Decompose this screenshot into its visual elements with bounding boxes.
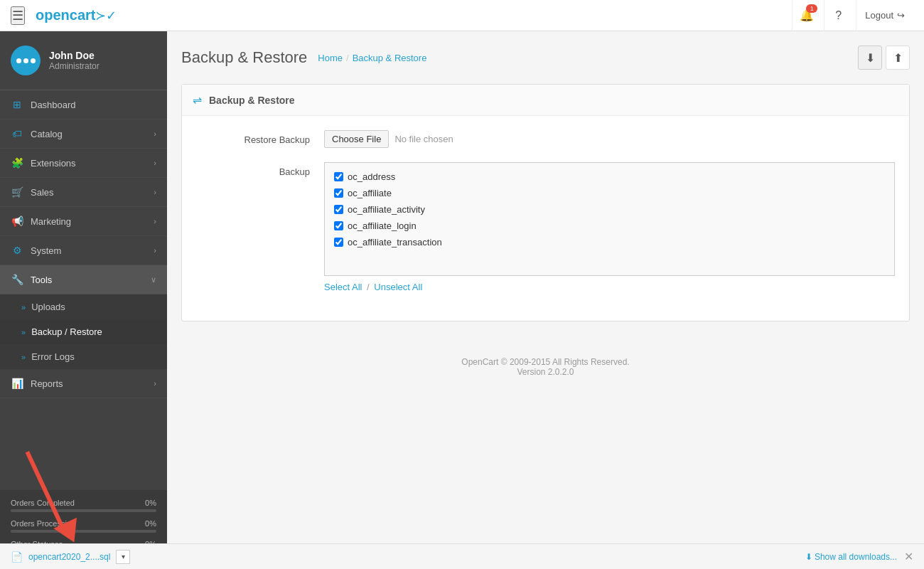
sidebar-item-label: Error Logs xyxy=(31,351,75,362)
avatar xyxy=(11,46,41,75)
sidebar: John Doe Administrator ⊞ Dashboard 🏷 Cat… xyxy=(0,31,167,569)
hamburger-menu-button[interactable]: ☰ xyxy=(11,6,25,25)
sidebar-item-dashboard[interactable]: ⊞ Dashboard xyxy=(0,90,167,119)
sidebar-item-extensions[interactable]: 🧩 Extensions › xyxy=(0,149,167,178)
upload-restore-button[interactable]: ⬆ xyxy=(886,46,910,70)
list-item: oc_affiliate_login xyxy=(331,218,888,234)
page-header: Backup & Restore Home / Backup & Restore… xyxy=(181,46,910,70)
copyright-text: OpenCart © 2009-2015 All Rights Reserved… xyxy=(195,357,896,367)
layout: John Doe Administrator ⊞ Dashboard 🏷 Cat… xyxy=(0,31,924,569)
avatar-dot xyxy=(23,58,28,63)
backup-label: Backup xyxy=(196,162,324,177)
notifications-button[interactable]: 🔔 1 xyxy=(792,0,820,31)
breadcrumb-current[interactable]: Backup & Restore xyxy=(353,53,427,63)
stat-percent: 0% xyxy=(145,499,156,507)
avatar-dot xyxy=(31,58,36,63)
stat-bar xyxy=(11,509,156,512)
user-info: John Doe Administrator xyxy=(0,31,167,90)
logout-icon: ↪ xyxy=(897,10,905,21)
navbar: ☰ opencart ≻✓ 🔔 1 ? Logout ↪ xyxy=(0,0,924,31)
sales-icon: 🛒 xyxy=(11,186,23,198)
sidebar-item-backup-restore[interactable]: » Backup / Restore xyxy=(0,319,167,344)
logo-text: opencart xyxy=(36,7,95,23)
backup-checkbox-oc-address[interactable] xyxy=(334,172,343,181)
tools-submenu: » Uploads » Backup / Restore » Error Log… xyxy=(0,294,167,369)
logo-icon: ≻✓ xyxy=(95,8,117,23)
card-body: Restore Backup Choose File No file chose… xyxy=(182,116,909,321)
backup-item-label: oc_affiliate_activity xyxy=(348,204,425,215)
sidebar-item-label: Uploads xyxy=(31,302,65,312)
select-all-link[interactable]: Select All xyxy=(324,282,362,292)
backup-list[interactable]: oc_address oc_affiliate oc_affiliate_act… xyxy=(324,162,895,276)
chevron-down-icon: ▾ xyxy=(122,553,125,560)
sidebar-item-marketing[interactable]: 📢 Marketing › xyxy=(0,207,167,236)
page-title-section: Backup & Restore Home / Backup & Restore xyxy=(181,48,426,67)
show-all-label: Show all downloads... xyxy=(815,552,897,562)
sidebar-item-reports[interactable]: 📊 Reports › xyxy=(0,369,167,398)
reports-icon: 📊 xyxy=(11,378,23,389)
sidebar-item-uploads[interactable]: » Uploads xyxy=(0,294,167,319)
version-text: Version 2.0.2.0 xyxy=(195,367,896,377)
unselect-all-link[interactable]: Unselect All xyxy=(374,282,422,292)
list-item: oc_affiliate xyxy=(331,185,888,201)
avatar-dot xyxy=(16,58,21,63)
download-file-icon: 📄 xyxy=(11,551,23,563)
logout-button[interactable]: Logout ↪ xyxy=(856,0,913,31)
choose-file-button[interactable]: Choose File xyxy=(324,130,389,148)
stat-orders-completed: Orders Completed 0% xyxy=(11,499,156,512)
backup-item-label: oc_affiliate_transaction xyxy=(348,237,442,248)
backup-checkbox-oc-affiliate-activity[interactable] xyxy=(334,205,343,214)
chevron-right-icon: › xyxy=(154,217,156,225)
sidebar-item-label: Tools xyxy=(31,275,144,285)
sidebar-item-label: Sales xyxy=(31,187,146,198)
breadcrumb-separator: / xyxy=(346,53,349,63)
catalog-icon: 🏷 xyxy=(11,128,23,139)
user-role: Administrator xyxy=(49,61,100,71)
backup-item-label: oc_affiliate xyxy=(348,188,392,198)
submenu-arrow-icon: » xyxy=(21,328,26,336)
sidebar-item-system[interactable]: ⚙ System › xyxy=(0,236,167,265)
download-filename: opencart2020_2....sql xyxy=(28,552,110,562)
stat-label: Orders Processing xyxy=(11,519,75,528)
logout-label: Logout xyxy=(865,10,893,21)
sidebar-item-error-logs[interactable]: » Error Logs xyxy=(0,344,167,369)
sidebar-item-tools[interactable]: 🔧 Tools ∨ xyxy=(0,265,167,294)
sidebar-item-label: Dashboard xyxy=(31,100,156,110)
download-right: ⬇ Show all downloads... ✕ xyxy=(805,550,913,563)
list-item: oc_affiliate_transaction xyxy=(331,234,888,250)
download-bar-close-button[interactable]: ✕ xyxy=(904,550,913,563)
download-backup-button[interactable]: ⬇ xyxy=(858,46,882,70)
select-separator: / xyxy=(367,282,370,292)
sidebar-item-label: Extensions xyxy=(31,158,146,169)
sidebar-item-label: Backup / Restore xyxy=(31,326,102,337)
download-options-button[interactable]: ▾ xyxy=(116,550,130,564)
card-header: ⇌ Backup & Restore xyxy=(182,85,909,116)
download-item: 📄 opencart2020_2....sql ▾ xyxy=(11,550,130,564)
upload-icon: ⬆ xyxy=(893,51,903,65)
backup-item-label: oc_address xyxy=(348,171,395,182)
backup-checkbox-oc-affiliate[interactable] xyxy=(334,188,343,198)
help-icon: ? xyxy=(835,9,842,22)
stat-percent: 0% xyxy=(145,519,156,528)
file-input-wrapper: Choose File No file chosen xyxy=(324,130,895,148)
chevron-right-icon: › xyxy=(154,129,156,138)
show-all-downloads-link[interactable]: ⬇ Show all downloads... xyxy=(805,552,897,562)
backup-control: oc_address oc_affiliate oc_affiliate_act… xyxy=(324,162,895,292)
main-content: Backup & Restore Home / Backup & Restore… xyxy=(167,31,924,569)
restore-backup-label: Restore Backup xyxy=(196,130,324,145)
backup-checkbox-oc-affiliate-login[interactable] xyxy=(334,221,343,230)
backup-restore-icon: ⇌ xyxy=(193,93,202,107)
extensions-icon: 🧩 xyxy=(11,157,23,169)
submenu-arrow-icon: » xyxy=(21,353,26,361)
backup-checkbox-oc-affiliate-transaction[interactable] xyxy=(334,238,343,247)
logo: opencart ≻✓ xyxy=(36,7,117,23)
breadcrumb-home[interactable]: Home xyxy=(318,53,343,63)
system-icon: ⚙ xyxy=(11,245,23,256)
sidebar-item-sales[interactable]: 🛒 Sales › xyxy=(0,178,167,207)
chevron-right-icon: › xyxy=(154,159,156,167)
chevron-right-icon: › xyxy=(154,246,156,255)
sidebar-item-catalog[interactable]: 🏷 Catalog › xyxy=(0,119,167,149)
stat-label: Orders Completed xyxy=(11,499,75,507)
chevron-right-icon: › xyxy=(154,188,156,196)
help-button[interactable]: ? xyxy=(824,0,852,31)
